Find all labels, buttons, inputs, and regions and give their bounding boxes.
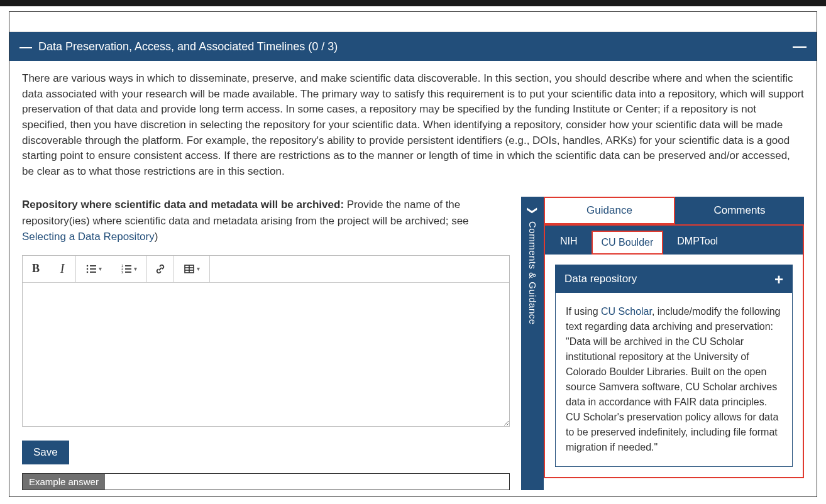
question-column: Repository where scientific data and met… (22, 197, 521, 490)
svg-text:3: 3 (121, 270, 124, 274)
guidance-body-rest: , include/modify the following text rega… (566, 306, 781, 452)
plus-icon: + (774, 273, 783, 285)
italic-button[interactable]: I (49, 256, 75, 282)
link-button[interactable] (147, 256, 173, 282)
tab-guidance[interactable]: Guidance (544, 197, 675, 224)
bold-button[interactable]: B (23, 256, 49, 282)
guidance-card-header[interactable]: Data repository + (556, 265, 792, 293)
chevron-down-icon: ▾ (134, 265, 137, 272)
answer-textarea[interactable] (23, 283, 509, 426)
save-button[interactable]: Save (22, 441, 69, 464)
repository-link[interactable]: Selecting a Data Repository (22, 231, 155, 243)
question-end: ) (155, 231, 158, 243)
table-icon (184, 263, 195, 275)
guidance-card: Data repository + If using CU Scholar, i… (555, 265, 793, 467)
bullet-list-icon (85, 263, 97, 275)
bullet-list-button[interactable]: ▾ (76, 256, 111, 282)
guidance-content: NIH CU Boulder DMPTool Data repository +… (544, 224, 804, 478)
table-button[interactable]: ▾ (174, 256, 209, 282)
content-row: Repository where scientific data and met… (22, 197, 804, 490)
comments-guidance-rail[interactable]: ❯ Comments & Guidance (521, 197, 544, 490)
question-text: Repository where scientific data and met… (22, 197, 510, 245)
guidance-panel: Guidance Comments NIH CU Boulder DMPTool… (544, 197, 804, 490)
section-header[interactable]: — Data Preservation, Access, and Associa… (9, 32, 817, 61)
example-answer-header[interactable]: Example answer (23, 474, 105, 490)
guidance-card-body: If using CU Scholar, include/modify the … (556, 293, 792, 466)
chevron-down-icon: ▾ (197, 265, 200, 272)
header-spacer (9, 12, 817, 32)
editor-toolbar: B I ▾ (23, 256, 509, 283)
svg-point-4 (87, 271, 89, 273)
section-body: There are various ways in which to disse… (9, 61, 817, 496)
example-answer-container: Example answer (22, 473, 510, 490)
cu-scholar-link[interactable]: CU Scholar (601, 306, 652, 317)
question-bold: Repository where scientific data and met… (22, 199, 344, 211)
numbered-list-button[interactable]: 1 2 3 ▾ (111, 256, 146, 282)
link-icon (155, 263, 166, 275)
guidance-body-prefix: If using (566, 306, 601, 317)
rail-label: Comments & Guidance (527, 221, 538, 325)
collapse-right-icon: — (793, 38, 807, 55)
chevron-right-icon: ❯ (527, 206, 539, 214)
rich-text-editor: B I ▾ (22, 255, 510, 427)
page-frame: — Data Preservation, Access, and Associa… (9, 11, 817, 497)
guidance-subtabs: NIH CU Boulder DMPTool (545, 226, 803, 255)
subtab-cuboulder[interactable]: CU Boulder (592, 231, 664, 255)
subtab-nih[interactable]: NIH (551, 231, 586, 255)
section-intro: There are various ways in which to disse… (22, 71, 804, 179)
guidance-body: Data repository + If using CU Scholar, i… (545, 255, 803, 477)
collapse-icon: — (19, 40, 32, 53)
guidance-card-title: Data repository (564, 273, 637, 285)
chevron-down-icon: ▾ (99, 265, 102, 272)
svg-point-2 (87, 268, 89, 270)
svg-point-0 (87, 265, 89, 267)
tab-comments[interactable]: Comments (675, 197, 804, 224)
numbered-list-icon: 1 2 3 (121, 263, 132, 275)
panel-tabs: Guidance Comments (544, 197, 804, 224)
section-title: Data Preservation, Access, and Associate… (38, 40, 338, 53)
browser-top-bar (0, 0, 826, 6)
subtab-dmptool[interactable]: DMPTool (668, 231, 727, 255)
